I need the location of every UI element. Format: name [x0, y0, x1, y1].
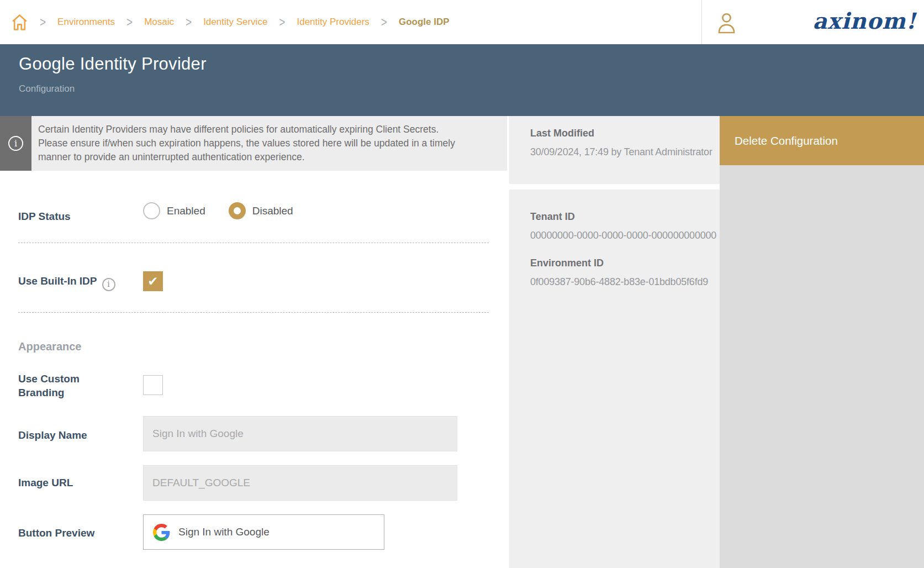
user-profile-icon[interactable] [716, 12, 737, 37]
info-icon[interactable]: i [102, 278, 115, 291]
radio-disabled[interactable] [229, 202, 246, 219]
breadcrumb-item-identity-service[interactable]: Identity Service [203, 17, 267, 28]
button-preview-label: Button Preview [18, 526, 94, 540]
home-icon[interactable] [11, 13, 28, 31]
right-background-panel [720, 165, 924, 568]
google-sign-in-preview-button[interactable]: Sign In with Google [143, 514, 384, 550]
page-title: Google Identity Provider [19, 54, 207, 74]
page-subtitle: Configuration [19, 83, 75, 94]
idp-status-radio-group: Enabled Disabled [143, 202, 310, 219]
info-icon: i [8, 136, 23, 151]
info-banner-icon-box: i [0, 116, 31, 171]
image-url-label: Image URL [18, 476, 73, 490]
breadcrumb-current-google-idp: Google IDP [399, 17, 450, 28]
environment-id-label: Environment ID [530, 257, 720, 269]
image-url-input[interactable] [143, 465, 457, 501]
top-bar: > Environments > Mosaic > Identity Servi… [0, 0, 924, 44]
separator [18, 312, 489, 313]
google-sign-in-preview-text: Sign In with Google [178, 526, 270, 538]
delete-configuration-button[interactable]: Delete Configuration [720, 116, 924, 165]
chevron-right-icon: > [279, 14, 285, 30]
info-banner-text: Certain Identity Providers may have diff… [31, 116, 460, 171]
chevron-right-icon: > [126, 14, 133, 30]
breadcrumb-item-mosaic[interactable]: Mosaic [144, 17, 174, 28]
breadcrumb: > Environments > Mosaic > Identity Servi… [11, 0, 450, 44]
checkmark-icon: ✔ [147, 274, 158, 289]
configuration-form: i Certain Identity Providers may have di… [0, 116, 509, 568]
page-header: Google Identity Provider Configuration [0, 44, 924, 116]
breadcrumb-item-identity-providers[interactable]: Identity Providers [297, 17, 369, 28]
ids-panel: Tenant ID 00000000-0000-0000-0000-000000… [509, 190, 720, 568]
use-built-in-idp-label: Use Built-In IDPi [18, 274, 115, 291]
separator [18, 243, 489, 243]
tenant-id-label: Tenant ID [530, 211, 720, 223]
use-custom-branding-label: Use Custom Branding [18, 372, 112, 399]
tenant-id-value: 00000000-0000-0000-0000-000000000000 [530, 230, 720, 241]
display-name-input[interactable] [143, 416, 457, 451]
appearance-heading: Appearance [18, 340, 82, 353]
radio-enabled-label[interactable]: Enabled [167, 205, 205, 217]
use-custom-branding-checkbox[interactable]: ✔ [143, 375, 163, 395]
last-modified-value: 30/09/2024, 17:49 by Tenant Administrato… [530, 146, 720, 158]
chevron-right-icon: > [40, 14, 46, 30]
use-built-in-idp-checkbox[interactable]: ✔ [143, 271, 163, 291]
info-banner: i Certain Identity Providers may have di… [0, 116, 507, 171]
last-modified-label: Last Modified [530, 128, 720, 139]
radio-disabled-label[interactable]: Disabled [252, 205, 293, 217]
idp-status-label: IDP Status [18, 209, 71, 223]
topbar-divider [701, 0, 702, 44]
environment-id-value: 0f009387-90b6-4882-b83e-01bdb05f6fd9 [530, 276, 720, 288]
chevron-right-icon: > [186, 14, 192, 30]
use-built-in-idp-label-text: Use Built-In IDP [18, 275, 97, 287]
axinom-logo: axinom! [812, 8, 916, 34]
chevron-right-icon: > [381, 14, 387, 30]
google-logo-icon [153, 524, 170, 541]
display-name-label: Display Name [18, 428, 87, 442]
breadcrumb-item-environments[interactable]: Environments [57, 17, 115, 28]
radio-enabled[interactable] [143, 202, 160, 219]
last-modified-panel: Last Modified 30/09/2024, 17:49 by Tenan… [509, 116, 720, 184]
